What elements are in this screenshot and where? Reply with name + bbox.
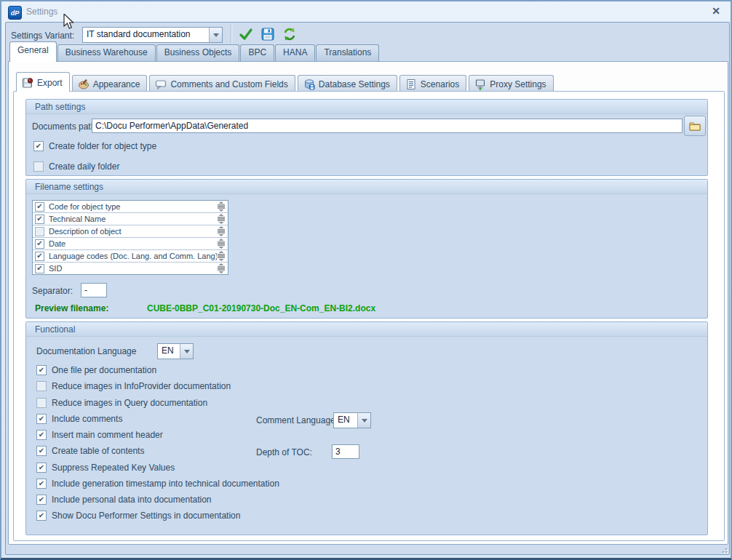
proxy-icon xyxy=(474,79,486,90)
checkbox-box[interactable] xyxy=(36,446,47,456)
tab-business-warehouse[interactable]: Business Warehouse xyxy=(57,44,156,62)
main-tab-bar: General Business Warehouse Business Obje… xyxy=(9,44,380,62)
tab-business-objects[interactable]: Business Objects xyxy=(156,44,240,62)
browse-folder-button[interactable] xyxy=(684,116,706,136)
resize-grip[interactable] xyxy=(718,544,727,553)
checkbox-box[interactable] xyxy=(33,141,44,151)
subtab-proxy-settings[interactable]: Proxy Settings xyxy=(469,75,553,92)
checkbox-label: Create folder for object type xyxy=(49,141,156,151)
checkbox-create-folder-object-type[interactable]: Create folder for object type xyxy=(33,141,156,151)
preview-filename-label: Preview filename: xyxy=(35,303,108,313)
save-icon[interactable] xyxy=(260,27,275,41)
export-icon xyxy=(22,77,33,89)
checkbox-box[interactable] xyxy=(36,398,47,408)
checkbox-create-daily-folder[interactable]: Create daily folder xyxy=(33,161,119,172)
checkbox-one-file-per-documentation[interactable]: One file per documentation xyxy=(36,365,156,375)
documentation-language-value: EN xyxy=(158,344,180,359)
checkbox-box[interactable] xyxy=(36,463,47,473)
list-item-date[interactable]: Date xyxy=(33,238,228,250)
documentation-language-label: Documentation Language xyxy=(36,346,136,356)
checkbox-box[interactable] xyxy=(35,239,44,249)
subtab-comments[interactable]: Comments and Custom Fields xyxy=(149,75,295,92)
checkbox-insert-main-comment-header[interactable]: Insert main comment header xyxy=(36,430,163,440)
tab-bpc[interactable]: BPC xyxy=(240,44,274,62)
tab-hana[interactable]: HANA xyxy=(275,44,315,62)
reorder-handle-icon[interactable] xyxy=(217,251,226,261)
list-item-label: Language codes (Doc. Lang. and Comm. Lan… xyxy=(49,252,217,260)
list-item-technical-name[interactable]: Technical Name xyxy=(33,213,228,225)
settings-variant-label: Settings Variant: xyxy=(11,31,74,41)
preview-filename-value: CUBE-0BBP_C01-20190730-Doc_EN-Com_EN-BI2… xyxy=(147,303,375,313)
path-settings-group: Path settings Documents path: Create fol… xyxy=(25,99,708,176)
checkbox-box[interactable] xyxy=(35,264,44,273)
chevron-down-icon[interactable] xyxy=(357,413,370,428)
checkbox-box[interactable] xyxy=(36,381,47,391)
appearance-icon xyxy=(78,79,89,90)
reorder-handle-icon[interactable] xyxy=(217,214,226,224)
settings-window: dP Settings ✕ Settings Variant: IT stand… xyxy=(0,0,732,560)
checkbox-label: Insert main comment header xyxy=(52,430,163,440)
checkbox-create-table-of-contents[interactable]: Create table of contents xyxy=(36,446,144,456)
documents-path-input[interactable] xyxy=(92,119,683,133)
filename-settings-header: Filename settings xyxy=(26,180,707,194)
documentation-language-combobox[interactable]: EN xyxy=(157,343,194,359)
reorder-handle-icon[interactable] xyxy=(217,263,226,273)
app-logo-icon: dP xyxy=(8,6,22,20)
comment-language-combobox[interactable]: EN xyxy=(333,412,371,428)
checkbox-box[interactable] xyxy=(35,215,44,224)
reorder-handle-icon[interactable] xyxy=(217,239,226,249)
checkbox-box[interactable] xyxy=(36,365,47,375)
list-item-description-of-object[interactable]: Description of object xyxy=(33,225,228,238)
checkbox-reduce-images-query[interactable]: Reduce images in Query documentation xyxy=(36,398,207,408)
subtab-appearance[interactable]: Appearance xyxy=(72,75,148,92)
refresh-icon[interactable] xyxy=(282,27,297,41)
checkbox-show-docu-performer-settings[interactable]: Show Docu Performer Settings in document… xyxy=(36,511,240,521)
general-tab-page: Export Appearance xyxy=(8,61,728,545)
separator-input[interactable] xyxy=(81,283,107,297)
apply-icon[interactable] xyxy=(239,27,253,41)
checkbox-suppress-repeated-key-values[interactable]: Suppress Repeated Key Values xyxy=(36,463,175,473)
checkbox-label: Suppress Repeated Key Values xyxy=(52,463,175,473)
documents-path-label: Documents path: xyxy=(32,121,98,132)
checkbox-include-generation-timestamp[interactable]: Include generation timestamp into techni… xyxy=(36,479,279,489)
checkbox-reduce-images-infoprovider[interactable]: Reduce images in InfoProvider documentat… xyxy=(36,381,231,391)
checkbox-box[interactable] xyxy=(36,414,47,424)
toolbar-separator xyxy=(231,25,232,44)
subtab-scenarios-label: Scenarios xyxy=(421,79,459,89)
checkbox-label: Include personal data into documentation xyxy=(52,495,212,505)
comment-language-label: Comment Language xyxy=(256,415,335,425)
depth-of-toc-input[interactable] xyxy=(332,444,359,459)
export-sub-page: Path settings Documents path: Create fol… xyxy=(13,91,725,541)
chevron-down-icon[interactable] xyxy=(209,28,222,42)
checkbox-box[interactable] xyxy=(36,511,47,521)
settings-variant-combobox[interactable]: IT standard documentation xyxy=(82,27,223,43)
filename-settings-group: Filename settings Code for object type T… xyxy=(25,179,708,319)
checkbox-label: Include comments xyxy=(52,414,122,424)
tab-translations[interactable]: Translations xyxy=(316,44,379,62)
list-item-code-for-object-type[interactable]: Code for object type xyxy=(33,201,228,213)
dialog-panel: Settings Variant: IT standard documentat… xyxy=(5,22,730,555)
reorder-handle-icon[interactable] xyxy=(217,226,226,236)
list-item-sid[interactable]: SID xyxy=(33,263,228,274)
checkbox-box[interactable] xyxy=(35,227,44,236)
checkbox-box[interactable] xyxy=(33,161,44,172)
subtab-scenarios[interactable]: Scenarios xyxy=(399,75,466,92)
checkbox-box[interactable] xyxy=(36,430,47,440)
close-icon[interactable]: ✕ xyxy=(712,5,720,17)
checkbox-box[interactable] xyxy=(35,202,44,212)
list-item-language-codes[interactable]: Language codes (Doc. Lang. and Comm. Lan… xyxy=(33,250,228,263)
subtab-database-settings[interactable]: Database Settings xyxy=(298,75,397,92)
checkbox-label: Include generation timestamp into techni… xyxy=(52,479,279,489)
checkbox-include-comments[interactable]: Include comments xyxy=(36,414,122,424)
checkbox-include-personal-data[interactable]: Include personal data into documentation xyxy=(36,495,212,505)
functional-header: Functional xyxy=(26,322,707,337)
folder-icon xyxy=(689,121,701,131)
subtab-comments-label: Comments and Custom Fields xyxy=(170,79,287,89)
checkbox-box[interactable] xyxy=(36,479,47,489)
subtab-export[interactable]: Export xyxy=(16,72,70,92)
chevron-down-icon[interactable] xyxy=(180,344,193,359)
checkbox-box[interactable] xyxy=(36,495,47,505)
reorder-handle-icon[interactable] xyxy=(217,201,226,212)
tab-general[interactable]: General xyxy=(9,41,57,62)
checkbox-box[interactable] xyxy=(35,252,44,261)
